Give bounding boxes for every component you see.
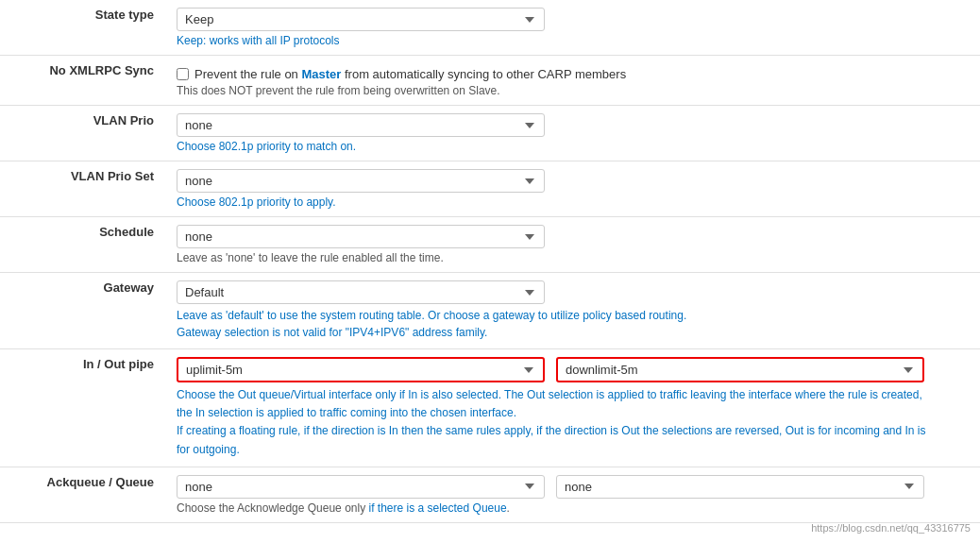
- pipe-note-4: for outgoing.: [177, 443, 240, 456]
- watermark: https://blog.csdn.net/qq_43316775: [811, 522, 971, 523]
- gateway-label: Gateway: [104, 280, 154, 295]
- pipe-note-2: the In selection is applied to traffic c…: [177, 406, 516, 419]
- in-out-pipe-label: In / Out pipe: [83, 357, 154, 371]
- vlan-prio-set-row: VLAN Prio Set none 0123 4567 Choose 802.…: [0, 161, 980, 217]
- vlan-prio-label: VLAN Prio: [93, 113, 154, 127]
- schedule-info: Leave as 'none' to leave the rule enable…: [177, 251, 969, 264]
- vlan-prio-set-select[interactable]: none 0123 4567: [177, 169, 545, 193]
- gateway-select[interactable]: Default: [177, 280, 545, 304]
- gateway-notes: Leave as 'default' to use the system rou…: [177, 307, 969, 341]
- schedule-select[interactable]: none: [177, 225, 545, 248]
- vlan-prio-select[interactable]: none 0123 4567: [177, 113, 545, 137]
- vlan-prio-set-label: VLAN Prio Set: [71, 169, 154, 183]
- no-xmlrpc-row: No XMLRPC Sync Prevent the rule on Maste…: [0, 56, 980, 106]
- in-out-pipe-row: In / Out pipe uplimit-5m none downlimit-…: [0, 349, 980, 467]
- no-xmlrpc-checkbox[interactable]: [177, 68, 189, 80]
- no-xmlrpc-label: No XMLRPC Sync: [49, 63, 154, 77]
- no-xmlrpc-text: Prevent the rule on Master from automati…: [194, 67, 626, 81]
- ackqueue-label: Ackqueue / Queue: [47, 475, 154, 489]
- state-type-select[interactable]: Keep Synproxy None: [177, 8, 545, 31]
- schedule-row: Schedule none Leave as 'none' to leave t…: [0, 217, 980, 273]
- in-pipe-select[interactable]: uplimit-5m none: [177, 357, 545, 382]
- state-type-row: State type Keep Synproxy None Keep: work…: [0, 0, 980, 56]
- queue-select[interactable]: none: [556, 475, 924, 499]
- master-link: Master: [301, 67, 341, 81]
- schedule-label: Schedule: [99, 225, 154, 239]
- ackqueue-row: Ackqueue / Queue none none Choose the Ac…: [0, 467, 980, 522]
- pipe-note-3: If creating a floating rule, if the dire…: [177, 424, 926, 437]
- vlan-prio-info: Choose 802.1p priority to match on.: [177, 140, 969, 153]
- out-pipe-select[interactable]: downlimit-5m none: [556, 357, 924, 382]
- pipe-notes: Choose the Out queue/Virtual interface o…: [177, 386, 969, 459]
- ackqueue-select[interactable]: none: [177, 475, 545, 499]
- state-type-info: Keep: works with all IP protocols: [177, 34, 969, 47]
- ackqueue-info-link: if there is a selected Queue: [368, 501, 506, 515]
- gateway-row: Gateway Default Leave as 'default' to us…: [0, 273, 980, 349]
- vlan-prio-row: VLAN Prio none 0123 4567 Choose 802.1p p…: [0, 106, 980, 161]
- ackqueue-info-text: Choose the Acknowledge Queue only: [177, 501, 368, 515]
- vlan-prio-set-info: Choose 802.1p priority to apply.: [177, 195, 969, 209]
- ackqueue-info: Choose the Acknowledge Queue only if the…: [177, 501, 969, 515]
- gateway-note-1: Leave as 'default' to use the system rou…: [177, 309, 686, 322]
- no-xmlrpc-note: This does NOT prevent the rule from bein…: [177, 84, 969, 97]
- state-type-label: State type: [95, 8, 154, 22]
- pipe-note-1: Choose the Out queue/Virtual interface o…: [177, 388, 922, 401]
- gateway-note-2: Gateway selection is not valid for "IPV4…: [177, 326, 487, 339]
